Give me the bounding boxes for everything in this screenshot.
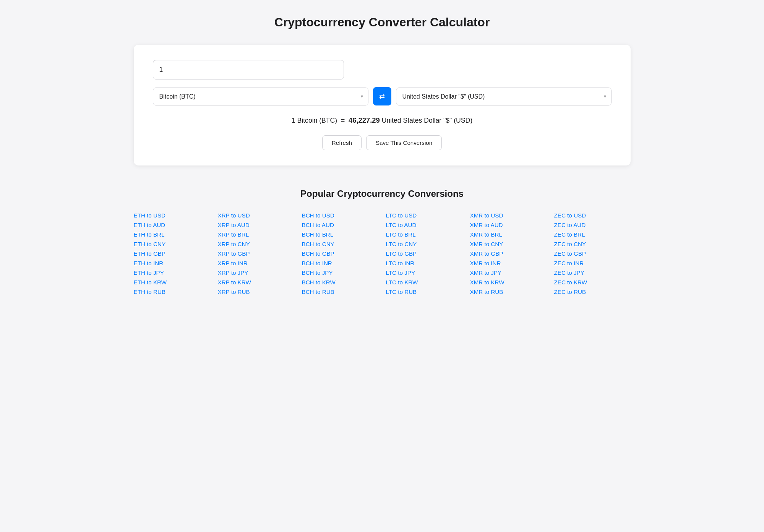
conversion-link[interactable]: ETH to KRW <box>134 277 210 287</box>
page-wrapper: Cryptocurrency Converter Calculator Bitc… <box>134 15 631 297</box>
conversions-grid: ETH to USDETH to AUDETH to BRLETH to CNY… <box>134 211 631 297</box>
conversion-link[interactable]: BCH to AUD <box>302 220 378 230</box>
conversion-link[interactable]: XMR to RUB <box>470 287 547 297</box>
result-row: 1 Bitcoin (BTC) = 46,227.29 United State… <box>153 116 612 125</box>
conversion-column-2: BCH to USDBCH to AUDBCH to BRLBCH to CNY… <box>302 211 378 297</box>
result-amount: 46,227.29 <box>349 116 380 124</box>
conversion-link[interactable]: ZEC to AUD <box>554 220 631 230</box>
save-conversion-button[interactable]: Save This Conversion <box>366 135 442 150</box>
swap-icon: ⇄ <box>379 92 385 101</box>
conversion-link[interactable]: LTC to BRL <box>386 230 462 239</box>
swap-button[interactable]: ⇄ <box>373 87 391 105</box>
conversion-link[interactable]: ETH to BRL <box>134 230 210 239</box>
conversion-link[interactable]: ZEC to CNY <box>554 239 631 249</box>
conversion-column-1: XRP to USDXRP to AUDXRP to BRLXRP to CNY… <box>218 211 294 297</box>
to-currency-wrapper: United States Dollar "$" (USD) ▾ <box>396 88 612 105</box>
conversion-column-5: ZEC to USDZEC to AUDZEC to BRLZEC to CNY… <box>554 211 631 297</box>
result-label: 1 Bitcoin (BTC) <box>292 117 337 124</box>
conversion-link[interactable]: BCH to CNY <box>302 239 378 249</box>
conversion-link[interactable]: XMR to INR <box>470 258 547 268</box>
conversion-link[interactable]: LTC to AUD <box>386 220 462 230</box>
conversion-link[interactable]: XRP to GBP <box>218 249 294 258</box>
conversion-link[interactable]: ZEC to INR <box>554 258 631 268</box>
selectors-row: Bitcoin (BTC) ▾ ⇄ United States Dollar "… <box>153 87 612 105</box>
conversion-link[interactable]: LTC to KRW <box>386 277 462 287</box>
page-title: Cryptocurrency Converter Calculator <box>134 15 631 29</box>
conversion-link[interactable]: ZEC to BRL <box>554 230 631 239</box>
conversion-link[interactable]: BCH to JPY <box>302 268 378 277</box>
conversion-link[interactable]: ZEC to JPY <box>554 268 631 277</box>
conversion-link[interactable]: ZEC to KRW <box>554 277 631 287</box>
conversion-link[interactable]: ETH to AUD <box>134 220 210 230</box>
conversion-link[interactable]: BCH to RUB <box>302 287 378 297</box>
conversion-link[interactable]: XMR to USD <box>470 211 547 220</box>
conversion-link[interactable]: ETH to RUB <box>134 287 210 297</box>
conversion-link[interactable]: XRP to INR <box>218 258 294 268</box>
from-currency-select[interactable]: Bitcoin (BTC) <box>153 88 356 105</box>
conversion-link[interactable]: XMR to CNY <box>470 239 547 249</box>
conversion-link[interactable]: LTC to USD <box>386 211 462 220</box>
conversion-link[interactable]: XMR to JPY <box>470 268 547 277</box>
from-currency-wrapper: Bitcoin (BTC) ▾ <box>153 88 368 105</box>
conversion-link[interactable]: ZEC to GBP <box>554 249 631 258</box>
conversion-link[interactable]: ETH to JPY <box>134 268 210 277</box>
conversion-link[interactable]: ETH to GBP <box>134 249 210 258</box>
actions-row: Refresh Save This Conversion <box>153 135 612 150</box>
conversion-link[interactable]: ZEC to RUB <box>554 287 631 297</box>
conversion-column-3: LTC to USDLTC to AUDLTC to BRLLTC to CNY… <box>386 211 462 297</box>
conversion-link[interactable]: BCH to BRL <box>302 230 378 239</box>
conversion-column-4: XMR to USDXMR to AUDXMR to BRLXMR to CNY… <box>470 211 547 297</box>
result-equals: = <box>339 117 349 124</box>
conversion-link[interactable]: XRP to RUB <box>218 287 294 297</box>
conversion-link[interactable]: BCH to INR <box>302 258 378 268</box>
conversion-link[interactable]: XMR to GBP <box>470 249 547 258</box>
conversion-link[interactable]: ZEC to USD <box>554 211 631 220</box>
conversion-link[interactable]: LTC to GBP <box>386 249 462 258</box>
conversion-link[interactable]: BCH to GBP <box>302 249 378 258</box>
conversion-link[interactable]: BCH to KRW <box>302 277 378 287</box>
conversion-link[interactable]: XRP to JPY <box>218 268 294 277</box>
amount-input[interactable] <box>153 60 344 79</box>
conversion-link[interactable]: LTC to RUB <box>386 287 462 297</box>
conversion-column-0: ETH to USDETH to AUDETH to BRLETH to CNY… <box>134 211 210 297</box>
to-currency-select[interactable]: United States Dollar "$" (USD) <box>396 88 599 105</box>
conversion-link[interactable]: LTC to INR <box>386 258 462 268</box>
conversion-link[interactable]: XRP to CNY <box>218 239 294 249</box>
conversion-link[interactable]: ETH to INR <box>134 258 210 268</box>
refresh-button[interactable]: Refresh <box>322 135 362 150</box>
from-chevron-icon: ▾ <box>356 94 368 99</box>
result-currency: United States Dollar "$" (USD) <box>382 117 472 124</box>
conversion-link[interactable]: XRP to KRW <box>218 277 294 287</box>
conversion-link[interactable]: XMR to BRL <box>470 230 547 239</box>
conversion-link[interactable]: XRP to AUD <box>218 220 294 230</box>
conversion-link[interactable]: XRP to BRL <box>218 230 294 239</box>
conversion-link[interactable]: XMR to AUD <box>470 220 547 230</box>
popular-title: Popular Cryptocurrency Conversions <box>134 188 631 199</box>
popular-section: Popular Cryptocurrency Conversions ETH t… <box>134 188 631 297</box>
to-chevron-icon: ▾ <box>599 94 611 99</box>
conversion-link[interactable]: ETH to CNY <box>134 239 210 249</box>
conversion-link[interactable]: XRP to USD <box>218 211 294 220</box>
conversion-link[interactable]: LTC to JPY <box>386 268 462 277</box>
converter-card: Bitcoin (BTC) ▾ ⇄ United States Dollar "… <box>134 45 631 165</box>
conversion-link[interactable]: BCH to USD <box>302 211 378 220</box>
conversion-link[interactable]: LTC to CNY <box>386 239 462 249</box>
conversion-link[interactable]: XMR to KRW <box>470 277 547 287</box>
conversion-link[interactable]: ETH to USD <box>134 211 210 220</box>
